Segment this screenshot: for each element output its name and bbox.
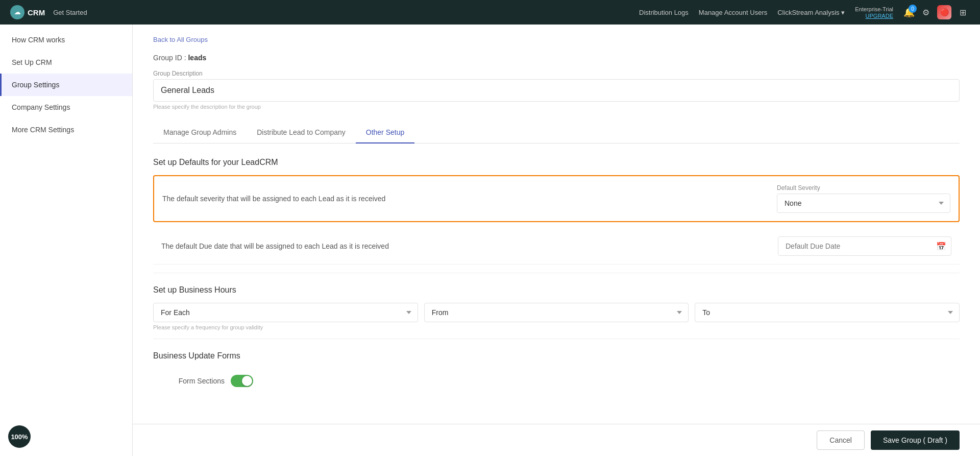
settings-icon[interactable]: ⚙: [919, 5, 933, 19]
group-description-field: Group Description Please specify the des…: [153, 70, 960, 110]
sidebar: How CRM works Set Up CRM Group Settings …: [0, 25, 133, 456]
sidebar-item-more-crm-settings[interactable]: More CRM Settings: [0, 118, 132, 141]
for-each-col: For Each Please specify a frequency for …: [153, 303, 418, 330]
tab-other-setup[interactable]: Other Setup: [356, 122, 415, 143]
crm-logo[interactable]: ☁ CRM: [10, 5, 45, 19]
severity-control: Default Severity None Low Medium High Cr…: [777, 184, 950, 213]
due-date-input-wrapper: 📅: [778, 236, 951, 256]
group-description-input[interactable]: [153, 79, 960, 102]
sidebar-item-set-up-crm[interactable]: Set Up CRM: [0, 51, 132, 74]
logo-icon: ☁: [10, 5, 24, 19]
zoom-badge: 100%: [8, 425, 31, 448]
distribution-logs-link[interactable]: Distribution Logs: [639, 9, 689, 16]
sidebar-label-group-settings: Group Settings: [12, 81, 59, 89]
content-area: Back to All Groups Group ID : leads Grou…: [133, 25, 980, 456]
group-description-label: Group Description: [153, 70, 960, 77]
for-each-select[interactable]: For Each: [153, 303, 418, 322]
toggle-knob: [242, 376, 252, 386]
biz-hint: Please specify a frequency for group val…: [153, 324, 418, 330]
from-col: From: [424, 303, 689, 322]
sidebar-label-company-settings: Company Settings: [12, 103, 70, 111]
group-id-value: leads: [188, 54, 206, 62]
form-sections-label: Form Sections: [153, 377, 225, 385]
due-date-control: 📅: [778, 236, 951, 256]
business-hours-title: Set up Business Hours: [153, 285, 960, 295]
form-sections-toggle[interactable]: [231, 375, 253, 387]
clickstream-analysis-link[interactable]: ClickStream Analysis ▾: [777, 9, 845, 16]
sidebar-label-more-crm-settings: More CRM Settings: [12, 126, 74, 134]
nav-left: ☁ CRM Get Started: [10, 5, 87, 19]
business-hours-row: For Each Please specify a frequency for …: [153, 303, 960, 330]
grid-icon[interactable]: ⊞: [955, 5, 970, 19]
group-id-row: Group ID : leads: [153, 54, 960, 62]
from-select[interactable]: From: [424, 303, 689, 322]
due-date-label: The default Due date that will be assign…: [161, 242, 778, 250]
sidebar-item-group-settings[interactable]: Group Settings: [0, 74, 132, 96]
enterprise-trial-label: Enterprise-Trial: [855, 6, 893, 13]
upgrade-link[interactable]: UPGRADE: [866, 13, 893, 19]
to-select[interactable]: To: [695, 303, 960, 322]
back-to-all-groups-link[interactable]: Back to All Groups: [153, 36, 208, 43]
logo-text: CRM: [28, 8, 45, 17]
sidebar-label-set-up-crm: Set Up CRM: [12, 58, 52, 66]
manage-account-users-link[interactable]: Manage Account Users: [699, 9, 767, 16]
app-icon[interactable]: 🔴: [937, 5, 951, 19]
enterprise-trial-section: Enterprise-Trial UPGRADE: [855, 6, 893, 19]
business-update-forms-title: Business Update Forms: [153, 351, 960, 361]
defaults-section-title: Set up Defaults for your LeadCRM: [153, 158, 960, 167]
sidebar-label-how-crm-works: How CRM works: [12, 36, 65, 44]
cancel-button[interactable]: Cancel: [817, 430, 865, 450]
form-sections-row: Form Sections: [153, 369, 960, 393]
sidebar-item-how-crm-works[interactable]: How CRM works: [0, 29, 132, 51]
footer: Cancel Save Group ( Draft ): [133, 424, 980, 456]
business-update-forms-section: Business Update Forms Form Sections: [153, 351, 960, 393]
biz-hours-divider: [153, 339, 960, 339]
main-layout: How CRM works Set Up CRM Group Settings …: [0, 25, 980, 456]
group-id-label: Group ID :: [153, 54, 186, 62]
tab-distribute-lead[interactable]: Distribute Lead to Company: [247, 122, 356, 143]
due-date-row: The default Due date that will be assign…: [153, 228, 960, 265]
tabs-container: Manage Group Admins Distribute Lead to C…: [153, 122, 960, 143]
severity-select-label: Default Severity: [777, 184, 950, 191]
top-navigation: ☁ CRM Get Started Distribution Logs Mana…: [0, 0, 980, 25]
get-started-link[interactable]: Get Started: [53, 9, 87, 16]
due-date-input[interactable]: [778, 236, 951, 256]
notification-icon-wrapper[interactable]: 🔔 0: [903, 7, 915, 18]
severity-row-label: The default severity that will be assign…: [162, 195, 777, 203]
notification-badge: 0: [909, 5, 917, 13]
nav-right: Distribution Logs Manage Account Users C…: [639, 5, 970, 19]
nav-icons: 🔔 0 ⚙ 🔴 ⊞: [903, 5, 970, 19]
group-description-hint: Please specify the description for the g…: [153, 104, 960, 110]
sidebar-item-company-settings[interactable]: Company Settings: [0, 96, 132, 118]
tab-manage-group-admins[interactable]: Manage Group Admins: [153, 122, 247, 143]
save-group-button[interactable]: Save Group ( Draft ): [871, 430, 960, 450]
section-divider: [153, 273, 960, 273]
severity-select[interactable]: None Low Medium High Critical: [777, 194, 950, 213]
severity-row: The default severity that will be assign…: [153, 175, 960, 222]
to-col: To: [695, 303, 960, 322]
